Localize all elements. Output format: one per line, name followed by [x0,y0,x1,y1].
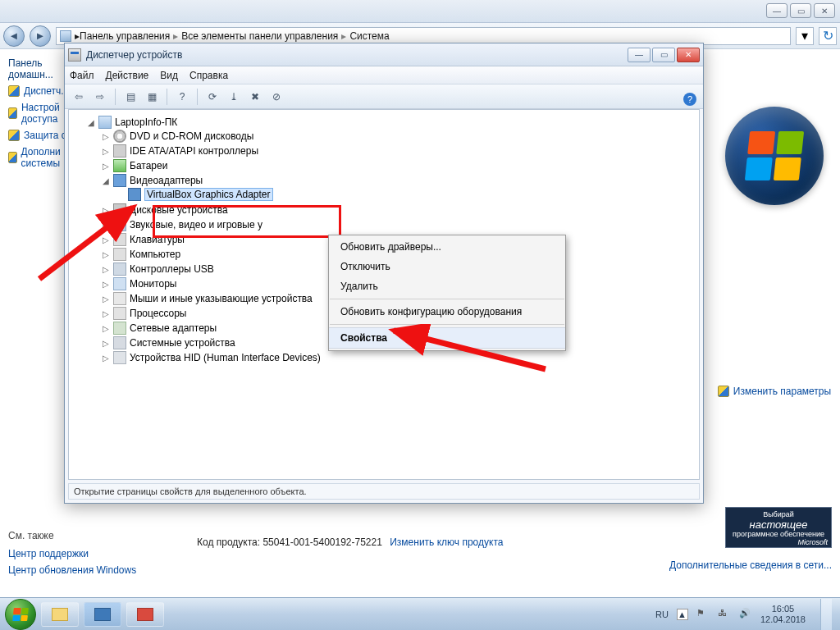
tree-label: DVD и CD-ROM дисководы [130,130,253,142]
dm-maximize-button[interactable]: ▭ [652,48,675,62]
tree-label: Устройства HID (Human Interface Devices) [130,352,321,363]
breadcrumb-item[interactable]: Панель управления [80,30,170,42]
proc-icon [113,307,126,320]
tray-volume-icon[interactable]: 🔊 [739,608,752,621]
breadcrumb-dropdown[interactable]: ▾ [796,27,814,45]
tree-category[interactable]: ◢Видеоадаптеры [102,174,696,187]
tb-show-hidden[interactable]: ▤ [121,88,139,106]
tree-label: Дисковые устройства [130,204,228,216]
sys-icon [113,336,126,349]
tree-label: Звуковые, видео и игровые у [130,219,262,231]
dm-statusbar: Открытие страницы свойств для выделенног… [68,483,700,500]
tray-action-center-icon[interactable]: ⚑ [696,608,710,621]
ide-icon [113,144,126,158]
breadcrumb-item[interactable]: Система [349,30,389,42]
shield-icon [8,85,20,97]
dm-minimize-button[interactable]: — [628,48,651,62]
refresh-button[interactable]: ↻ [819,27,837,45]
dm-title-text: Диспетчер устройств [86,49,628,61]
show-desktop-button[interactable] [820,599,832,630]
tb-help[interactable]: ? [173,88,191,106]
tree-category[interactable]: ▷DVD и CD-ROM дисководы [102,130,696,143]
menu-file[interactable]: Файл [70,70,94,81]
menu-action[interactable]: Действие [106,70,149,81]
context-menu: Обновить драйверы...ОтключитьУдалитьОбно… [328,235,566,351]
host-close-button[interactable]: ✕ [814,3,835,18]
ctx-item[interactable]: Отключить [329,257,565,276]
taskbar-app[interactable] [126,602,164,627]
change-params-link[interactable]: Изменить параметры [718,386,831,397]
tray-flag-icon[interactable]: ▲ [677,609,688,620]
system-tray: RU ▲ ⚑ 🖧 🔊 16:05 12.04.2018 [655,599,835,630]
computer-icon [60,30,71,42]
snd-icon [113,218,126,231]
tree-category[interactable]: ▷Устройства HID (Human Interface Devices… [102,351,696,364]
hid-icon [113,351,126,364]
usb-icon [113,262,126,276]
nav-back-button[interactable]: ◄ [3,25,25,47]
ctx-item[interactable]: Обновить конфигурацию оборудования [329,302,565,322]
tree-label: Сетевые адаптеры [130,322,217,334]
see-also-section: См. также Центр поддержки Центр обновлен… [8,530,136,581]
tree-label: Мониторы [130,278,176,290]
host-minimize-button[interactable]: — [766,3,788,18]
dm-close-button[interactable]: ✕ [677,48,700,62]
tb-back[interactable]: ⇦ [70,88,88,106]
tb-properties[interactable]: ▦ [143,88,161,106]
mouse-icon [113,292,126,305]
cp-icon [94,608,111,621]
shield-icon [718,386,729,397]
folder-icon [52,608,68,621]
ctx-item[interactable]: Обновить драйверы... [329,237,565,257]
menu-help[interactable]: Справка [189,70,228,81]
tree-category[interactable]: ▷Дисковые устройства [102,203,696,217]
breadcrumb-item[interactable]: Все элементы панели управления [181,30,338,42]
ctx-item[interactable]: Удалить [329,276,565,296]
net-icon [113,322,126,335]
host-titlebar: — ▭ ✕ [0,0,840,23]
tb-uninstall[interactable]: ✖ [246,88,264,106]
menu-view[interactable]: Вид [160,70,178,81]
tree-category[interactable]: ▷Звуковые, видео и игровые у [102,218,696,231]
tb-scan[interactable]: ⟳ [203,88,221,106]
start-button[interactable] [5,599,36,630]
tree-label: VirtualBox Graphics Adapter [144,188,273,201]
windows-logo-orb [725,107,824,205]
kbd-icon [113,233,126,246]
tb-fwd[interactable]: ⇨ [91,88,109,106]
taskbar-control-panel[interactable] [84,602,121,627]
cpu-icon [113,248,126,261]
see-also-update[interactable]: Центр обновления Windows [8,564,136,576]
tree-label: LaptopInfo-ПК [115,116,177,128]
tray-network-icon[interactable]: 🖧 [718,608,731,621]
help-icon[interactable]: ? [683,93,696,106]
tree-device[interactable]: VirtualBox Graphics Adapter [116,188,696,201]
tree-label: Компьютер [130,249,180,260]
hdd-icon [113,203,126,217]
tree-label: Системные устройства [130,337,235,349]
ctx-item[interactable]: Свойства [329,327,565,349]
tb-disable[interactable]: ⊘ [267,88,285,106]
tree-label: Батареи [130,160,167,171]
tree-root-node[interactable]: ◢LaptopInfo-ПК [87,116,696,129]
taskbar-explorer[interactable] [41,602,79,627]
adapter-icon [128,188,141,201]
see-also-support[interactable]: Центр поддержки [8,548,136,559]
tray-lang[interactable]: RU [655,609,669,619]
change-product-key-link[interactable]: Изменить ключ продукта [390,536,503,548]
see-also-title: См. также [8,530,136,541]
device-manager-icon [68,48,81,62]
dm-titlebar[interactable]: Диспетчер устройств — ▭ ✕ [65,43,703,66]
computer-icon [98,116,112,129]
taskbar: RU ▲ ⚑ 🖧 🔊 16:05 12.04.2018 [0,597,840,630]
tree-category[interactable]: ▷Батареи [102,159,696,172]
tb-update[interactable]: ⤓ [225,88,243,106]
genuine-ms-badge: Выбирай настоящее программное обеспечени… [725,507,832,548]
nav-forward-button[interactable]: ► [30,25,51,47]
more-online-link[interactable]: Дополнительные сведения в сети... [669,559,832,571]
host-maximize-button[interactable]: ▭ [790,3,811,18]
tray-clock[interactable]: 16:05 12.04.2018 [760,604,806,623]
tree-category[interactable]: ▷IDE ATA/ATAPI контроллеры [102,144,696,158]
product-key-row: Код продукта: 55041-001-5400192-75221 Из… [197,536,503,548]
shield-icon [8,107,17,119]
